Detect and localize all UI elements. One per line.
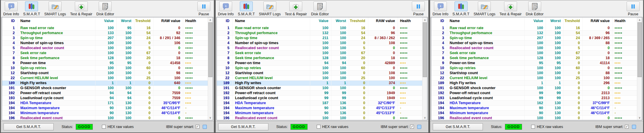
column-header-treshold[interactable]: Treshold [134, 17, 153, 26]
table-row[interactable]: 8 Seek time perfomance 128 100 20 18 •••… [431, 56, 637, 61]
table-row[interactable]: 7 Seek error rate 100 100 67 0 ••••• [217, 51, 422, 56]
table-row[interactable]: 191 G-SENSOR shock counter 100 100 0 0 •… [217, 86, 422, 91]
get-smart-button[interactable]: Get S.M.A.R.T. [433, 123, 483, 130]
table-row[interactable]: 194 HDA Temperature 162 130 0 37°C/99°F … [431, 101, 637, 106]
column-header-treshold[interactable]: Treshold [564, 17, 583, 26]
blue-square-button[interactable] [632, 125, 636, 129]
test-repair-button[interactable]: Test & Repair [285, 1, 307, 16]
table-row[interactable]: 3 Spin-up time 207 100 24 8 / 369 / 265 … [431, 36, 637, 41]
table-row[interactable]: 7 Seek error rate 100 100 67 0 ••••• [2, 51, 208, 56]
scrollbar-thumb[interactable] [208, 22, 212, 77]
smart-button[interactable]: S.M.A.R.T [238, 1, 255, 16]
get-smart-button[interactable]: Get S.M.A.R.T. [4, 123, 54, 130]
pause-button[interactable]: Pause [412, 1, 425, 16]
table-row[interactable]: 191 G-SENSOR shock counter 100 100 0 0 •… [2, 86, 208, 91]
drive-info-button[interactable]: i Drive Info [218, 1, 234, 16]
disk-editor-button[interactable]: 010110 110011 101000 0001 Disk Editor [526, 1, 543, 16]
table-row[interactable]: 4 Number of spin-up times 100 100 0 106 … [2, 41, 208, 46]
table-row[interactable]: 196 Reallocated event count 100 100 0 0 … [217, 116, 422, 120]
table-row[interactable]: 5 Reallocated sector count 100 100 5 0 •… [217, 46, 422, 51]
table-row[interactable]: 12 Start/stop count 100 100 0 108 ••••• [217, 71, 422, 76]
table-row[interactable]: 2 Throughput perfomance 132 100 54 96 ••… [217, 31, 422, 36]
column-header-health[interactable]: Health [183, 17, 208, 26]
ibm-checkbox[interactable] [410, 125, 414, 129]
column-header-raw-value[interactable]: RAW value [368, 17, 398, 26]
pause-button[interactable]: Pause [627, 1, 640, 16]
table-row[interactable]: 194 Maximum temperature 90 130 0 46°C/11… [431, 106, 637, 111]
vertical-scrollbar[interactable]: ∧ ∨ [422, 17, 427, 120]
table-row[interactable]: 1 Raw read error rate 100 95 16 0 ••••• [2, 26, 208, 31]
vertical-scrollbar[interactable]: ∧ ∨ [208, 17, 213, 120]
test-repair-button[interactable]: Test & Repair [70, 1, 92, 16]
scroll-down-icon[interactable]: ∨ [208, 115, 213, 120]
get-smart-button[interactable]: Get S.M.A.R.T. [218, 123, 268, 130]
table-row[interactable]: 10 Spin-up retries 100 100 60 0 ••••• [431, 66, 637, 71]
table-row[interactable]: 194 HDA Temperature 171 130 0 35°C/95°F … [2, 101, 208, 106]
smart-logs-button[interactable]: SMART Logs [474, 1, 496, 16]
smart-logs-button[interactable]: SMART Logs [259, 1, 281, 16]
column-header-raw-value[interactable]: RAW value [583, 17, 612, 26]
table-row[interactable]: 4 Number of spin-up times 100 100 0 108 … [217, 41, 422, 46]
scroll-up-icon[interactable]: ∧ [422, 17, 427, 22]
table-row[interactable]: 12 Start/stop count 100 100 0 88 ••••• [431, 71, 637, 76]
table-row[interactable]: 191 G-SENSOR shock counter 100 100 0 0 •… [431, 86, 637, 91]
column-header-name[interactable]: Name [447, 17, 525, 26]
vertical-scrollbar[interactable]: ∧ ∨ [637, 17, 642, 120]
smart-button[interactable]: S.M.A.R.T [453, 1, 470, 16]
table-row[interactable]: 194 Minimum temperature 90 136 0 45°C/11… [217, 111, 422, 116]
table-row[interactable]: 10 Spin-up retries 100 100 60 0 ••••• [2, 66, 208, 71]
smart-logs-button[interactable]: SMART Logs [44, 1, 66, 16]
table-row[interactable]: 22 Current HELIUM level 100 100 25 100 •… [217, 76, 422, 81]
disk-editor-button[interactable]: 010110 110011 101000 0001 Disk Editor [96, 1, 114, 16]
table-row[interactable]: 196 Reallocated event count 100 100 0 0 … [2, 116, 208, 120]
column-header-worst[interactable]: Worst [331, 17, 349, 26]
column-header-worst[interactable]: Worst [546, 17, 564, 26]
column-header-value[interactable]: Value [310, 17, 331, 26]
scrollbar-track[interactable] [208, 22, 213, 115]
scrollbar-thumb[interactable] [638, 22, 642, 77]
table-row[interactable]: 192 Power-off retract count 99 99 0 1949… [217, 91, 422, 96]
table-row[interactable]: 196 Reallocated event count 100 100 0 0 … [431, 116, 637, 120]
pause-button[interactable]: Pause [197, 1, 210, 16]
scroll-down-icon[interactable]: ∨ [422, 115, 427, 120]
table-row[interactable]: 1 Raw read error rate 100 100 16 0 ••••• [431, 26, 637, 31]
scrollbar-track[interactable] [422, 22, 427, 115]
ibm-checkbox[interactable] [196, 125, 199, 129]
table-row[interactable]: 4 Number of spin-up times 100 100 0 88 •… [431, 41, 637, 46]
table-row[interactable]: 5 Reallocated sector count 100 100 5 0 •… [431, 46, 637, 51]
ibm-checkbox[interactable] [625, 125, 629, 129]
column-header-raw-value[interactable]: RAW value [153, 17, 183, 26]
scrollbar-thumb[interactable] [423, 22, 427, 77]
hex-checkbox[interactable] [531, 125, 535, 129]
table-row[interactable]: 8 Seek time perfomance 128 100 20 18 •••… [217, 56, 422, 61]
table-row[interactable]: 5 Reallocated sector count 100 100 5 0 •… [2, 46, 208, 51]
smart-button[interactable]: S.M.A.R.T [23, 1, 40, 16]
column-header-name[interactable]: Name [18, 17, 95, 26]
table-row[interactable]: 1 Raw read error rate 100 100 16 0 ••••• [217, 26, 422, 31]
scroll-up-icon[interactable]: ∧ [208, 17, 213, 22]
scroll-up-icon[interactable]: ∧ [637, 17, 642, 22]
column-header-id[interactable]: ID [217, 17, 233, 26]
table-row[interactable]: 22 Current HELIUM level 100 100 25 100 •… [431, 76, 637, 81]
blue-square-button[interactable] [417, 125, 421, 129]
table-row[interactable]: 22 Current HELIUM level 100 100 25 100 •… [2, 76, 208, 81]
column-header-value[interactable]: Value [95, 17, 117, 26]
table-row[interactable]: 189 High Fly writes 1 1 0 640 •••• [2, 81, 208, 86]
hex-checkbox[interactable] [102, 125, 106, 129]
column-header-value[interactable]: Value [525, 17, 546, 26]
scroll-down-icon[interactable]: ∨ [637, 115, 642, 120]
table-row[interactable]: 2 Throughput perfomance 133 100 54 92 ••… [2, 31, 208, 36]
table-row[interactable]: 3 Spin-up time 211 100 24 8 / 363 / 262 … [217, 36, 422, 41]
table-row[interactable]: 9 Power-on time 95 95 0 41114 •••• [431, 61, 637, 66]
table-row[interactable]: 193 Load/unload cycle count 99 99 0 2313… [431, 96, 637, 101]
table-row[interactable]: 192 Power-off retract count 94 94 0 7559… [2, 91, 208, 96]
column-header-id[interactable]: ID [2, 17, 18, 26]
column-header-treshold[interactable]: Treshold [349, 17, 368, 26]
table-row[interactable]: 8 Seek time perfomance 128 100 20 18 •••… [2, 56, 208, 61]
table-row[interactable]: 12 Start/stop count 100 100 0 98 ••••• [2, 71, 208, 76]
hex-checkbox[interactable] [317, 125, 321, 129]
table-row[interactable]: 3 Spin-up time 207 100 24 8 / 291 / 346 … [2, 36, 208, 41]
table-row[interactable]: 194 HDA Temperature 187 136 0 32°C/90°F … [217, 101, 422, 106]
table-row[interactable]: 194 Maximum temperature 90 130 0 46°C/11… [2, 106, 208, 111]
column-header-name[interactable]: Name [233, 17, 310, 26]
